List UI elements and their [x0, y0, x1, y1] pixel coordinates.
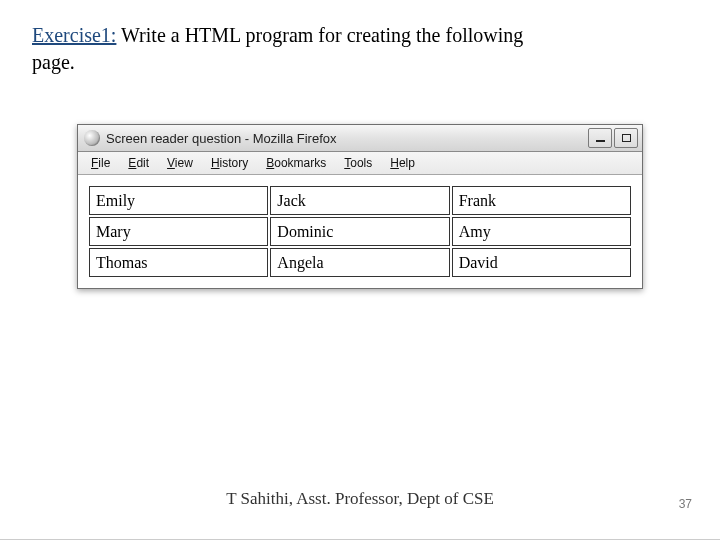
menu-tools[interactable]: Tools	[335, 154, 381, 172]
menu-tools-rest: ools	[350, 156, 372, 170]
exercise-heading: Exercise1: Write a HTML program for crea…	[32, 22, 688, 49]
menu-help-rest: elp	[399, 156, 415, 170]
menu-view-rest: iew	[175, 156, 193, 170]
menu-history-rest: istory	[220, 156, 249, 170]
menu-file[interactable]: File	[82, 154, 119, 172]
exercise-text: Write a HTML program for creating the fo…	[121, 24, 523, 46]
table-row: Emily Jack Frank	[89, 186, 631, 215]
cell: David	[452, 248, 631, 277]
menu-bookmarks[interactable]: Bookmarks	[257, 154, 335, 172]
cell: Amy	[452, 217, 631, 246]
titlebar[interactable]: Screen reader question - Mozilla Firefox	[78, 125, 642, 152]
cell: Mary	[89, 217, 268, 246]
cell: Frank	[452, 186, 631, 215]
page-number: 37	[679, 497, 692, 511]
menu-help[interactable]: Help	[381, 154, 424, 172]
menu-history[interactable]: History	[202, 154, 257, 172]
table-row: Mary Dominic Amy	[89, 217, 631, 246]
slide: Exercise1: Write a HTML program for crea…	[0, 0, 720, 540]
cell: Dominic	[270, 217, 449, 246]
cell: Emily	[89, 186, 268, 215]
window-title: Screen reader question - Mozilla Firefox	[106, 131, 588, 146]
exercise-label: Exercise1:	[32, 24, 116, 46]
maximize-icon	[622, 134, 631, 142]
menu-file-rest: ile	[98, 156, 110, 170]
menu-edit-rest: dit	[136, 156, 149, 170]
firefox-icon	[84, 130, 100, 146]
exercise-heading-line2: page.	[32, 51, 688, 74]
maximize-button[interactable]	[614, 128, 638, 148]
menu-bar: File Edit View History Bookmarks Tools H…	[78, 152, 642, 175]
table-row: Thomas Angela David	[89, 248, 631, 277]
menu-view[interactable]: View	[158, 154, 202, 172]
client-area: Emily Jack Frank Mary Dominic Amy Thomas…	[78, 175, 642, 288]
menu-edit[interactable]: Edit	[119, 154, 158, 172]
minimize-button[interactable]	[588, 128, 612, 148]
cell: Thomas	[89, 248, 268, 277]
cell: Angela	[270, 248, 449, 277]
minimize-icon	[596, 140, 605, 142]
window-buttons	[588, 128, 638, 148]
firefox-window: Screen reader question - Mozilla Firefox…	[77, 124, 643, 289]
data-table: Emily Jack Frank Mary Dominic Amy Thomas…	[87, 184, 633, 279]
cell: Jack	[270, 186, 449, 215]
menu-bookmarks-rest: ookmarks	[274, 156, 326, 170]
footer-credit: T Sahithi, Asst. Professor, Dept of CSE	[0, 489, 720, 509]
